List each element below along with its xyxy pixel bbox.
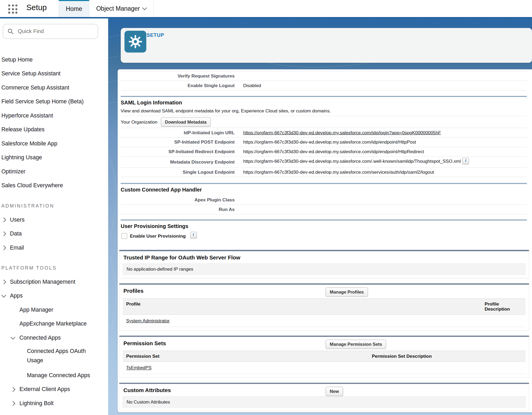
gear-icon xyxy=(128,34,143,49)
chevron-right-icon xyxy=(1,245,6,250)
page-header-banner: SETUP xyxy=(121,28,532,63)
sidebar-item-data[interactable]: Data xyxy=(0,227,108,241)
manage-permission-sets-button[interactable]: Manage Permission Sets xyxy=(326,340,386,349)
saml-description: View and download SAML endpoint metadata… xyxy=(121,108,527,113)
trusted-ip-title: Trusted IP Range for OAuth Web Server Fl… xyxy=(119,251,529,263)
main-stage: SETUP Verify Request Signatures Enable S… xyxy=(108,18,532,415)
sidebar-item-subscription-management[interactable]: Subscription Management xyxy=(0,275,108,289)
section-divider xyxy=(121,183,527,184)
search-icon xyxy=(7,28,14,34)
settings-detail-card: Verify Request Signatures Enable Single … xyxy=(118,69,532,412)
app-launcher-icon[interactable] xyxy=(8,5,18,14)
app-title: Setup xyxy=(26,3,47,13)
sidebar-item-hyperforce-assistant[interactable]: Hyperforce Assistant xyxy=(0,108,108,123)
custom-attributes-empty-message: No Custom Attributes xyxy=(123,396,525,408)
sidebar-item-sales-cloud-everywhere[interactable]: Sales Cloud Everywhere xyxy=(0,178,108,193)
detail-row-enable-single-logout: Enable Single Logout Disabled xyxy=(121,81,527,91)
enable-user-provisioning-label: Enable User Provisioning xyxy=(130,233,186,238)
custom-attributes-section: Custom Attributes New No Custom Attribut… xyxy=(119,383,529,411)
info-icon[interactable]: i xyxy=(463,158,469,164)
sidebar-item-lightning-bolt[interactable]: Lightning Bolt xyxy=(0,396,108,410)
permission-sets-section: Permission Sets Manage Permission Sets P… xyxy=(119,336,529,378)
sidebar-item-field-service-setup-home[interactable]: Field Service Setup Home (Beta) xyxy=(0,95,108,109)
profile-link[interactable]: System Administrator xyxy=(126,318,170,323)
custom-attributes-title: Custom Attributes xyxy=(119,384,529,396)
sidebar-item-release-updates[interactable]: Release Updates xyxy=(0,123,108,137)
detail-row-apex-plugin-class: Apex Plugin Class xyxy=(121,195,527,205)
setup-gear-tile xyxy=(125,31,146,52)
sidebar-item-commerce-setup-assistant[interactable]: Commerce Setup Assistant xyxy=(0,80,108,95)
enable-user-provisioning-checkbox[interactable] xyxy=(121,233,127,239)
trusted-ip-empty-message: No application-defined IP ranges xyxy=(123,263,525,275)
header-accent-bar xyxy=(0,17,532,18)
provisioning-section-title: User Provisioning Settings xyxy=(121,223,527,229)
trusted-ip-section: Trusted IP Range for OAuth Web Server Fl… xyxy=(119,250,529,279)
sidebar-item-external-client-apps[interactable]: External Client Apps xyxy=(0,382,108,396)
sidebar-item-setup-home[interactable]: Setup Home xyxy=(0,52,108,67)
idp-login-url-link[interactable]: https://orgfarm-667c3f3d30-dev-ed.develo… xyxy=(243,130,441,135)
sidebar-item-app-manager[interactable]: App Manager xyxy=(0,303,108,317)
sidebar-item-connected-apps-oauth-usage[interactable]: Connected Apps OAuth Usage xyxy=(0,345,100,368)
profiles-section: Profiles Manage Profiles Profile Profile… xyxy=(119,283,529,331)
tabs-divider xyxy=(153,0,153,17)
setup-nav: Setup Home Service Setup Assistant Comme… xyxy=(0,52,108,415)
your-organization-label: Your Organization xyxy=(121,119,158,124)
salesforce-setup-app: Setup Home Object Manager Setup Home Ser… xyxy=(0,0,532,415)
handler-rows: Apex Plugin Class Run As xyxy=(121,195,527,214)
your-organization-row: Your Organization Download Metadata xyxy=(121,116,527,128)
sidebar-item-apps[interactable]: Apps xyxy=(0,289,108,303)
chevron-right-icon xyxy=(1,231,6,236)
quick-find-input[interactable] xyxy=(17,28,93,35)
download-metadata-button[interactable]: Download Metadata xyxy=(161,117,211,127)
global-header: Setup Home Object Manager xyxy=(0,0,532,17)
sidebar-item-connected-apps[interactable]: Connected Apps xyxy=(0,331,108,345)
detail-row-metadata-discovery-endpoint: Metadata Discovery Endpoint https://orgf… xyxy=(121,157,527,168)
detail-row-run-as: Run As xyxy=(121,205,527,214)
info-icon[interactable]: i xyxy=(190,232,196,238)
new-custom-attribute-button[interactable]: New xyxy=(326,387,343,396)
sidebar-section-platform-tools: PLATFORM TOOLS xyxy=(0,261,108,275)
permission-sets-table-header: Permission Set Permission Set Descriptio… xyxy=(123,351,525,362)
sidebar-item-salesforce-mobile-app[interactable]: Salesforce Mobile App xyxy=(0,137,108,151)
chevron-right-icon xyxy=(1,279,6,284)
detail-row-verify-request-signatures: Verify Request Signatures xyxy=(121,71,527,81)
page-title: SETUP xyxy=(147,32,164,38)
tab-home[interactable]: Home xyxy=(59,0,89,17)
sidebar-item-optimizer[interactable]: Optimizer xyxy=(0,165,108,179)
chevron-right-icon xyxy=(11,401,15,406)
permission-sets-table: Permission Set Permission Set Descriptio… xyxy=(123,351,525,374)
saml-endpoint-rows: IdP-Initiated Login URL https://orgfarm-… xyxy=(121,128,527,177)
profiles-table-header: Profile Profile Description xyxy=(123,298,525,315)
permission-set-link[interactable]: TsEmbedPS xyxy=(126,365,151,370)
sidebar-item-users[interactable]: Users xyxy=(0,213,108,227)
manage-profiles-button[interactable]: Manage Profiles xyxy=(326,287,368,297)
section-divider xyxy=(121,219,527,221)
chevron-down-icon xyxy=(1,293,6,298)
sidebar-item-appexchange-marketplace[interactable]: AppExchange Marketplace xyxy=(0,317,108,331)
top-detail-rows: Verify Request Signatures Enable Single … xyxy=(121,71,527,91)
tab-object-manager[interactable]: Object Manager xyxy=(89,0,153,17)
chevron-right-icon xyxy=(1,217,6,222)
tab-object-manager-label: Object Manager xyxy=(96,5,140,12)
sidebar-item-mobile-apps[interactable]: Mobile Apps xyxy=(0,410,108,415)
chevron-down-icon xyxy=(11,335,15,339)
table-row: System Administrator xyxy=(123,315,525,327)
setup-sidebar: Setup Home Service Setup Assistant Comme… xyxy=(0,18,108,415)
sidebar-section-administration: ADMINISTRATION xyxy=(0,199,108,213)
sidebar-item-email[interactable]: Email xyxy=(0,241,108,255)
section-divider xyxy=(121,96,527,97)
detail-row-single-logout-endpoint: Single Logout Endpoint https://orgfarm-6… xyxy=(121,168,527,177)
sidebar-item-service-setup-assistant[interactable]: Service Setup Assistant xyxy=(0,67,108,81)
saml-section-title: SAML Login Information xyxy=(121,100,527,106)
profiles-table: Profile Profile Description System Admin… xyxy=(123,298,525,327)
chevron-right-icon xyxy=(11,387,15,392)
tab-home-label: Home xyxy=(66,6,82,13)
enable-user-provisioning-row: Enable User Provisioning i xyxy=(121,233,527,239)
profiles-title: Profiles xyxy=(119,285,529,297)
sidebar-item-manage-connected-apps[interactable]: Manage Connected Apps xyxy=(0,368,108,383)
quick-find-box xyxy=(3,24,98,39)
detail-row-sp-post-endpoint: SP-Initiated POST Endpoint https://orgfa… xyxy=(121,137,527,147)
sidebar-item-lightning-usage[interactable]: Lightning Usage xyxy=(0,150,108,165)
table-row: TsEmbedPS xyxy=(123,362,525,374)
permission-sets-title: Permission Sets xyxy=(119,337,529,349)
